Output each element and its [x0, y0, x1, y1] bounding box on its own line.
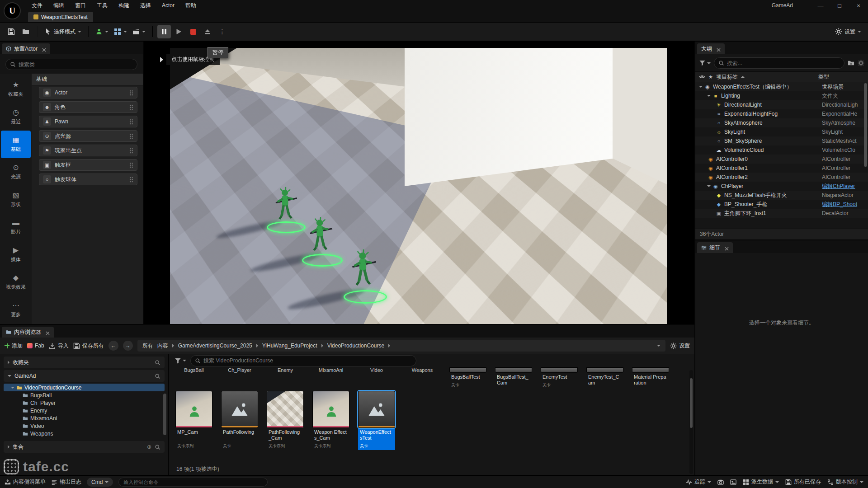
browse-content-button[interactable] [19, 25, 33, 38]
level-viewport[interactable]: 点击使用鼠标控制 暂停 [144, 42, 694, 324]
editor-mode-selector[interactable]: 选择模式 [42, 25, 84, 38]
cinematics-button[interactable] [130, 25, 148, 38]
folder-tile-label[interactable]: Weapons [404, 367, 441, 387]
category-favorites[interactable]: ★收藏夹 [1, 75, 31, 103]
unreal-logo[interactable]: U [4, 2, 21, 19]
breadcrumb-all[interactable]: 所有 [142, 342, 153, 350]
breadcrumb-content[interactable]: 内容 [157, 342, 168, 350]
placeable-player-start[interactable]: ⚑玩家出生点 [39, 145, 137, 156]
outliner-row-aicontroller2[interactable]: ◉AIController2AIController [695, 173, 868, 182]
menu-actor[interactable]: Actor [156, 0, 180, 11]
favorites-section[interactable]: 收藏夹 [4, 357, 165, 368]
eye-icon[interactable] [699, 74, 705, 80]
placeable-trigger-sphere[interactable]: ○触发球体 [39, 174, 137, 185]
category-basic[interactable]: ▦基础 [1, 131, 31, 158]
derived-data-button[interactable]: 派生数据 [743, 478, 779, 486]
folder-tile-label[interactable]: Ch_Player [221, 367, 258, 387]
outliner-row-chplayer[interactable]: ◉ChPlayer编辑ChPlayer [695, 182, 868, 191]
outliner-search-input[interactable] [727, 60, 840, 66]
stop-button[interactable] [186, 25, 200, 38]
outliner-row-directionallight[interactable]: ☀DirectionalLightDirectionalLigh [695, 100, 868, 109]
asset-tile-pathfollowing-cam[interactable]: PathFollowing_Cam关卡序列 [267, 391, 304, 450]
gamead-section[interactable]: GameAd [4, 370, 165, 382]
add-collection-icon[interactable]: ⊕ [147, 444, 151, 450]
collections-section[interactable]: 集合 ⊕ [4, 441, 165, 453]
placeable-point-light[interactable]: ⊙点光源 [39, 130, 137, 142]
folder-tile-label[interactable]: Enemy [267, 367, 304, 387]
close-icon[interactable] [42, 47, 46, 51]
outliner-row-decal[interactable]: ▣主角脚下环_Inst1DecalActor [695, 209, 868, 218]
asset-tile-mp-cam[interactable]: MP_Cam关卡序列 [175, 391, 212, 450]
breadcrumb-project[interactable]: YiHuWang_EduProject [262, 343, 317, 349]
asset-search[interactable] [190, 355, 416, 366]
revision-control-button[interactable]: 版本控制 [827, 478, 863, 486]
asset-tile-weaponeffects-cam[interactable]: Weapon Effects_Cam关卡序列 [312, 391, 349, 450]
category-media[interactable]: ▶媒体 [1, 241, 31, 269]
breadcrumb-folder[interactable]: VideoProductionCourse [327, 343, 385, 349]
tree-folder-video[interactable]: Video [4, 422, 165, 430]
minimize-button[interactable]: — [811, 0, 830, 11]
outliner-row-skyatmosphere[interactable]: ○SkyAtmosphereSkyAtmosphe [695, 118, 868, 127]
column-type[interactable]: 类型 [818, 73, 864, 81]
eject-button[interactable] [201, 25, 214, 38]
asset-tile-partial[interactable]: EnemyTest关卡 [541, 367, 578, 387]
outliner-row-volumetriccloud[interactable]: ☁VolumetricCloudVolumetricClo [695, 145, 868, 155]
tab-weaponeffectstest[interactable]: WeaponEffectsTest [28, 12, 93, 22]
expand-arrow-icon[interactable] [707, 95, 711, 97]
create-folder-button[interactable] [848, 60, 854, 66]
search-icon[interactable] [155, 373, 160, 379]
outliner-tab[interactable]: 大纲 [697, 43, 725, 54]
asset-tile-weaponeffectstest[interactable]: WeaponEffectsTest关卡 [358, 391, 395, 450]
console-input-wrap[interactable] [118, 478, 268, 487]
menu-window[interactable]: 窗口 [70, 0, 91, 11]
outliner-row-skysphere[interactable]: ○SM_SkySphereStaticMeshAct [695, 136, 868, 145]
drag-grip-icon[interactable] [129, 90, 133, 96]
outliner-row-lighting[interactable]: ■Lighting文件夹 [695, 91, 868, 100]
placeable-actor[interactable]: ◉Actor [39, 87, 137, 99]
asset-grid[interactable]: BugsBall Ch_Player Enemy MixamoAni Video… [169, 367, 694, 463]
asset-tile-partial[interactable]: Material Preparation关卡 [632, 367, 669, 387]
drag-grip-icon[interactable] [129, 104, 133, 110]
expand-arrow-icon[interactable] [699, 86, 703, 88]
outliner-row-skylight[interactable]: ☼SkyLightSkyLight [695, 127, 868, 136]
forward-button[interactable]: → [123, 341, 133, 351]
edit-blueprint-link[interactable]: 编辑BP_Shoot [822, 201, 868, 208]
category-shapes[interactable]: ▧形状 [1, 186, 31, 213]
category-visual-effects[interactable]: ◆视觉效果 [1, 269, 31, 296]
edit-blueprint-link[interactable]: 编辑ChPlayer [822, 183, 868, 190]
outliner-filter-button[interactable] [699, 60, 711, 66]
menu-file[interactable]: 文件 [26, 0, 48, 11]
content-drawer-button[interactable]: 内容侧滑菜单 [5, 478, 46, 486]
category-recent[interactable]: ◷最近 [1, 103, 31, 131]
trace-button[interactable]: 追踪 [686, 478, 711, 486]
placeable-trigger-box[interactable]: ▣触发框 [39, 159, 137, 171]
add-button[interactable]: 添加 [5, 342, 23, 350]
tree-scrollbar[interactable] [163, 394, 166, 435]
viewport-settings-button[interactable]: 设置 [833, 25, 863, 38]
outliner-row-aicontroller0[interactable]: ◉AIController0AIController [695, 155, 868, 164]
category-more[interactable]: ⋯更多 [1, 296, 31, 324]
filter-button[interactable] [175, 357, 186, 364]
save-button[interactable] [5, 25, 18, 38]
folder-tile-label[interactable]: BugsBall [175, 367, 212, 387]
screenshot-button[interactable] [717, 479, 724, 485]
blueprints-button[interactable] [112, 25, 129, 38]
tree-folder-mixamoani[interactable]: MixamoAni [4, 414, 165, 422]
category-cinematic[interactable]: ▬影片 [1, 214, 31, 241]
close-window-button[interactable]: × [849, 0, 868, 11]
tree-folder-bugsball[interactable]: BugsBall [4, 391, 165, 399]
tree-folder-videoproductioncourse[interactable]: VideoProductionCourse [4, 384, 165, 391]
breadcrumb-course[interactable]: GameAdvertisingCourse_2025 [178, 343, 252, 349]
menu-tools[interactable]: 工具 [91, 0, 113, 11]
outliner-row-world[interactable]: ◉WeaponEffectsTest（编辑器中）世界场景 [695, 82, 868, 91]
add-actor-button[interactable] [93, 25, 111, 38]
outliner-row-bpshooter[interactable]: ◆BP_Shooter_手枪编辑BP_Shoot [695, 200, 868, 209]
asset-tile-partial[interactable]: BugsBallTest关卡 [449, 367, 486, 387]
outliner-row-aicontroller1[interactable]: ◉AIController1AIController [695, 164, 868, 173]
details-tab[interactable]: 细节 [697, 242, 733, 253]
import-button[interactable]: 导入 [49, 342, 69, 350]
content-browser-settings-button[interactable]: 设置 [670, 342, 690, 350]
back-button[interactable]: ← [108, 341, 118, 351]
all-saved-indicator[interactable]: 所有已保存 [785, 478, 821, 486]
output-log-button[interactable]: 输出日志 [51, 478, 81, 486]
